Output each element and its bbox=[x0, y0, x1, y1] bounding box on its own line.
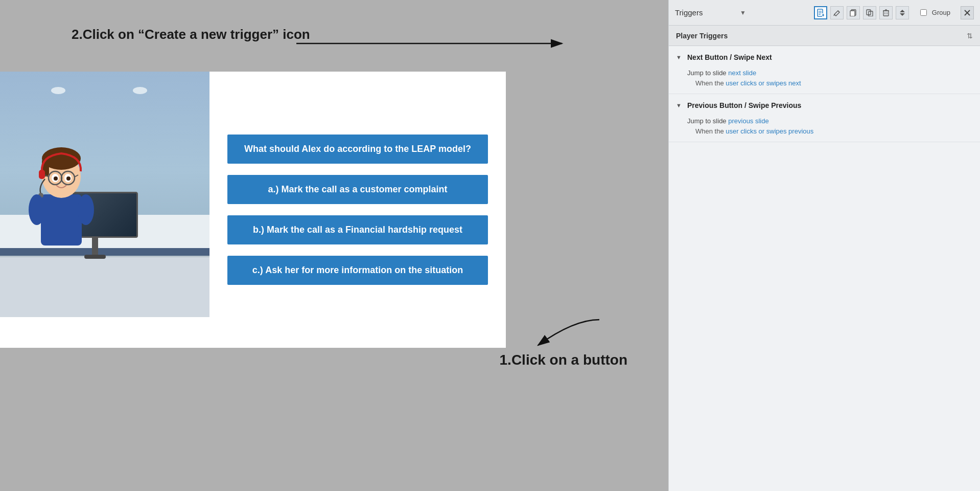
close-triggers-button[interactable] bbox=[961, 6, 974, 19]
player-triggers-bar: Player Triggers ⇅ bbox=[669, 26, 980, 46]
svg-point-14 bbox=[54, 176, 58, 181]
new-trigger-icon bbox=[817, 9, 824, 17]
group-label: Group bbox=[932, 9, 950, 16]
edit-trigger-icon bbox=[833, 9, 841, 16]
prev-trigger-header[interactable]: ▼ Previous Button / Swipe Previous bbox=[669, 97, 980, 114]
svg-line-29 bbox=[834, 14, 834, 16]
answer-a-button[interactable]: a.) Mark the call as a customer complain… bbox=[227, 175, 488, 204]
trigger-groups-container: ▼ Next Button / Swipe Next Jump to slide… bbox=[669, 46, 980, 142]
svg-point-19 bbox=[78, 194, 94, 225]
arrow-to-button bbox=[507, 315, 610, 355]
copy-trigger-icon bbox=[850, 9, 857, 16]
svg-rect-31 bbox=[850, 11, 855, 16]
right-panel: Triggers ▼ bbox=[668, 0, 980, 491]
duplicate-trigger-button[interactable] bbox=[863, 6, 876, 19]
svg-point-15 bbox=[66, 176, 71, 181]
triggers-header: Triggers ▼ bbox=[669, 0, 980, 26]
prev-action-text: Jump to slide bbox=[687, 117, 727, 125]
answer-b-button[interactable]: b.) Mark the call as a Financial hardshi… bbox=[227, 215, 488, 244]
slide-container: What should Alex do according to the LEA… bbox=[0, 72, 506, 348]
next-condition-text: When the bbox=[695, 79, 724, 87]
character-scene bbox=[0, 72, 209, 317]
question-area: What should Alex do according to the LEA… bbox=[209, 72, 506, 348]
close-icon bbox=[964, 10, 970, 16]
prev-trigger-action: Jump to slide previous slide bbox=[687, 116, 973, 126]
next-trigger-item: Jump to slide next slide When the user c… bbox=[669, 65, 980, 91]
new-trigger-button[interactable] bbox=[814, 6, 827, 19]
move-trigger-icon bbox=[899, 9, 905, 16]
edit-trigger-button[interactable] bbox=[830, 6, 844, 19]
duplicate-trigger-icon bbox=[866, 9, 873, 16]
svg-rect-2 bbox=[41, 194, 82, 246]
spotlight-2 bbox=[133, 87, 147, 94]
svg-line-28 bbox=[838, 11, 839, 12]
svg-marker-40 bbox=[900, 13, 905, 16]
delete-trigger-button[interactable] bbox=[879, 6, 893, 19]
prev-trigger-chevron: ▼ bbox=[676, 102, 683, 108]
answer-c-button[interactable]: c.) Ask her for more information on the … bbox=[227, 256, 488, 285]
svg-marker-39 bbox=[900, 10, 905, 12]
triggers-title: Triggers bbox=[675, 8, 737, 17]
arrow-to-trigger bbox=[296, 31, 582, 61]
next-trigger-header[interactable]: ▼ Next Button / Swipe Next bbox=[669, 49, 980, 65]
character-avatar bbox=[10, 107, 112, 261]
main-area: 2.Click on “Create a new trigger” icon bbox=[0, 0, 668, 491]
player-triggers-title: Player Triggers bbox=[676, 32, 963, 40]
prev-trigger-item: Jump to slide previous slide When the us… bbox=[669, 114, 980, 139]
prev-trigger-group: ▼ Previous Button / Swipe Previous Jump … bbox=[669, 94, 980, 142]
prev-condition-text: When the bbox=[695, 127, 724, 135]
sort-icon[interactable]: ⇅ bbox=[967, 32, 973, 40]
copy-trigger-button[interactable] bbox=[847, 6, 860, 19]
next-trigger-condition: When the user clicks or swipes next bbox=[687, 78, 973, 88]
annotation-text: 2.Click on “Create a new trigger” icon bbox=[72, 27, 310, 42]
group-checkbox[interactable] bbox=[920, 9, 927, 16]
svg-rect-16 bbox=[39, 170, 45, 179]
next-trigger-group: ▼ Next Button / Swipe Next Jump to slide… bbox=[669, 46, 980, 94]
prev-trigger-title: Previous Button / Swipe Previous bbox=[687, 101, 801, 109]
triggers-dropdown-icon[interactable]: ▼ bbox=[740, 9, 746, 16]
next-action-link[interactable]: next slide bbox=[728, 69, 756, 77]
move-trigger-button[interactable] bbox=[896, 6, 909, 19]
prev-trigger-condition: When the user clicks or swipes previous bbox=[687, 126, 973, 137]
prev-action-link[interactable]: previous slide bbox=[728, 117, 769, 125]
next-trigger-action: Jump to slide next slide bbox=[687, 68, 973, 78]
click-button-annotation: 1.Click on a button bbox=[500, 352, 627, 368]
question-button[interactable]: What should Alex do according to the LEA… bbox=[227, 135, 488, 164]
next-action-text: Jump to slide bbox=[687, 69, 727, 77]
next-condition-link[interactable]: user clicks or swipes next bbox=[726, 79, 801, 87]
spotlight-1 bbox=[51, 87, 65, 94]
svg-point-18 bbox=[29, 194, 45, 225]
prev-condition-link[interactable]: user clicks or swipes previous bbox=[726, 127, 813, 135]
next-trigger-title: Next Button / Swipe Next bbox=[687, 53, 772, 61]
svg-rect-34 bbox=[883, 11, 889, 16]
counter-front bbox=[0, 256, 209, 317]
next-trigger-chevron: ▼ bbox=[676, 54, 683, 60]
delete-trigger-icon bbox=[883, 9, 889, 16]
